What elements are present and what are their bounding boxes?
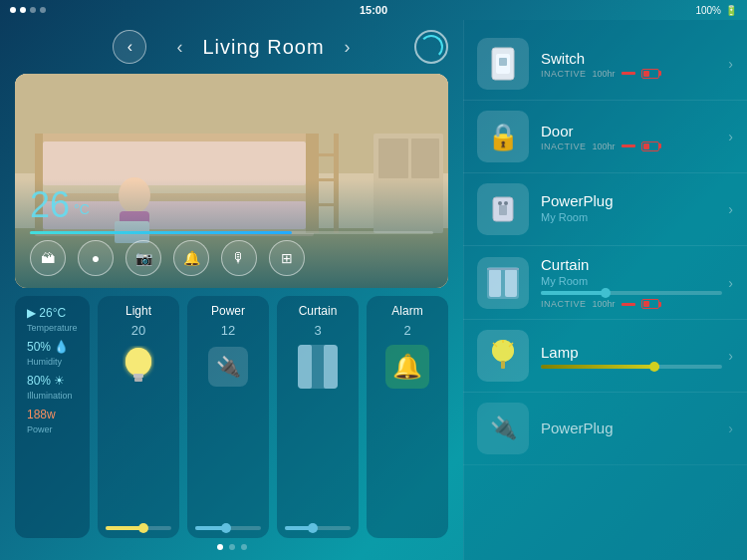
camera-overlay: 26 °C 🏔 ● 📷 🔔 🎙 ⊞ [15, 179, 448, 288]
door-inactive: INACTIVE [541, 141, 587, 151]
dot1 [10, 7, 16, 13]
svg-rect-24 [134, 378, 142, 382]
temp-stat-arrow: ▶ [27, 306, 39, 320]
lamp-icon [487, 339, 519, 373]
door-time: 100hr [593, 141, 616, 151]
curtain-card-label: Curtain [299, 304, 338, 318]
curtain-icon [298, 345, 338, 389]
status-time: 15:00 [360, 4, 387, 16]
powerplug-device-row[interactable]: PowerPlug My Room › [463, 173, 747, 246]
light-slider-dot [138, 523, 148, 533]
light-slider[interactable] [106, 526, 171, 530]
humidity-stat: 50% 💧 [27, 340, 78, 354]
door-device-row[interactable]: 🔒 Door INACTIVE 100hr › [463, 101, 747, 173]
humidity-label: Humidity [27, 357, 78, 367]
left-panel: ‹ ‹ Living Room › [0, 20, 463, 560]
next-room-arrow[interactable]: › [345, 37, 351, 58]
mic-btn[interactable]: 🎙 [221, 240, 257, 276]
curtain-device-card[interactable]: Curtain 3 [277, 296, 359, 538]
prev-room-arrow[interactable]: ‹ [176, 37, 182, 58]
power-device-card[interactable]: Power 12 🔌 [187, 296, 269, 538]
switch-time: 100hr [593, 69, 616, 79]
svg-rect-34 [505, 269, 517, 297]
signal-dots [10, 7, 46, 13]
light-slider-fill [106, 526, 141, 530]
back-button[interactable]: ‹ [113, 30, 146, 64]
alarm-card-count: 2 [403, 323, 410, 338]
powerplug2-device-row[interactable]: 🔌 PowerPlug › [463, 393, 747, 465]
room-title: Living Room [202, 36, 324, 59]
humidity-icon: 💧 [54, 340, 69, 354]
curtain-chevron: › [728, 275, 733, 291]
battery-pct: 100% [695, 5, 721, 16]
landscape-btn[interactable]: 🏔 [30, 240, 66, 276]
power-value: 188w [27, 408, 56, 421]
lamp-slider-fill [541, 365, 659, 369]
progress-fill [30, 231, 292, 234]
power-card-label: Power [211, 304, 245, 318]
camera-view: 26 °C 🏔 ● 📷 🔔 🎙 ⊞ [15, 74, 448, 288]
curtain-battery-tip [659, 302, 661, 307]
bell-btn[interactable]: 🔔 [173, 240, 209, 276]
door-name: Door [541, 123, 722, 140]
curtain-device-slider[interactable] [541, 291, 722, 295]
switch-name: Switch [541, 50, 722, 67]
camera-btn[interactable]: 📷 [125, 240, 161, 276]
settings-icon[interactable] [414, 30, 448, 64]
page-dot-3[interactable] [241, 544, 247, 550]
curtain-battery-fill [643, 301, 649, 307]
powerplug-chevron: › [728, 201, 733, 217]
svg-rect-19 [378, 139, 408, 178]
alarm-device-card[interactable]: Alarm 2 🔔 [367, 296, 448, 538]
page-dot-1[interactable] [217, 544, 223, 550]
dot4 [40, 7, 46, 13]
page-dot-2[interactable] [229, 544, 235, 550]
curtain-inactive: INACTIVE [541, 299, 587, 309]
lamp-slider[interactable] [541, 365, 722, 369]
grid-btn[interactable]: ⊞ [269, 240, 305, 276]
switch-thumb [477, 38, 529, 90]
lamp-slider-dot [649, 362, 659, 372]
powerplug-thumb [477, 183, 529, 235]
svg-rect-38 [501, 361, 505, 369]
progress-bar[interactable] [30, 231, 433, 234]
switch-device-row[interactable]: Switch INACTIVE 100hr › [463, 28, 747, 101]
powerplug2-info: PowerPlug [541, 420, 722, 438]
switch-battery-tip [659, 71, 661, 76]
door-thumb: 🔒 [477, 111, 529, 162]
curtain-device-row[interactable]: Curtain My Room INACTIVE 100hr › [463, 246, 747, 320]
illum-icon: ☀ [54, 374, 65, 388]
humidity-value: 50% [27, 340, 51, 354]
curtain-device-slider-dot [601, 288, 611, 298]
svg-rect-20 [411, 139, 439, 178]
powerplug-icon [487, 193, 519, 225]
curtain-icon-wrap [294, 343, 342, 391]
svg-point-37 [492, 340, 514, 362]
switch-battery [641, 69, 659, 79]
switch-status-row: INACTIVE 100hr [541, 69, 722, 79]
powerplug2-name: PowerPlug [541, 420, 722, 436]
mode-btn[interactable]: ● [78, 240, 114, 276]
alarm-icon-wrap: 🔔 [383, 343, 431, 391]
svg-point-31 [504, 201, 508, 205]
light-card-label: Light [125, 304, 151, 318]
camera-controls: 🏔 ● 📷 🔔 🎙 ⊞ [30, 240, 433, 276]
door-chevron: › [728, 129, 733, 144]
switch-battery-fill [643, 71, 649, 77]
curtain-red-dash [622, 303, 635, 306]
svg-rect-12 [314, 153, 339, 156]
curtain-slider-dot [308, 523, 318, 533]
temp-stat: ▶ 26°C [27, 306, 78, 320]
bulb-svg [121, 346, 156, 388]
curtain-card-count: 3 [314, 323, 321, 338]
light-device-card[interactable]: Light 20 [98, 296, 179, 538]
power-slider[interactable] [195, 526, 261, 530]
lamp-device-row[interactable]: Lamp › [463, 320, 747, 393]
powerplug2-chevron: › [728, 420, 733, 436]
curtain-slider[interactable] [285, 526, 351, 530]
powerplug-sub: My Room [541, 211, 722, 223]
curtain-device-name: Curtain [541, 256, 722, 273]
curtain-status-row: INACTIVE 100hr [541, 299, 722, 309]
dot3 [30, 7, 36, 13]
lamp-thumb [477, 330, 529, 382]
